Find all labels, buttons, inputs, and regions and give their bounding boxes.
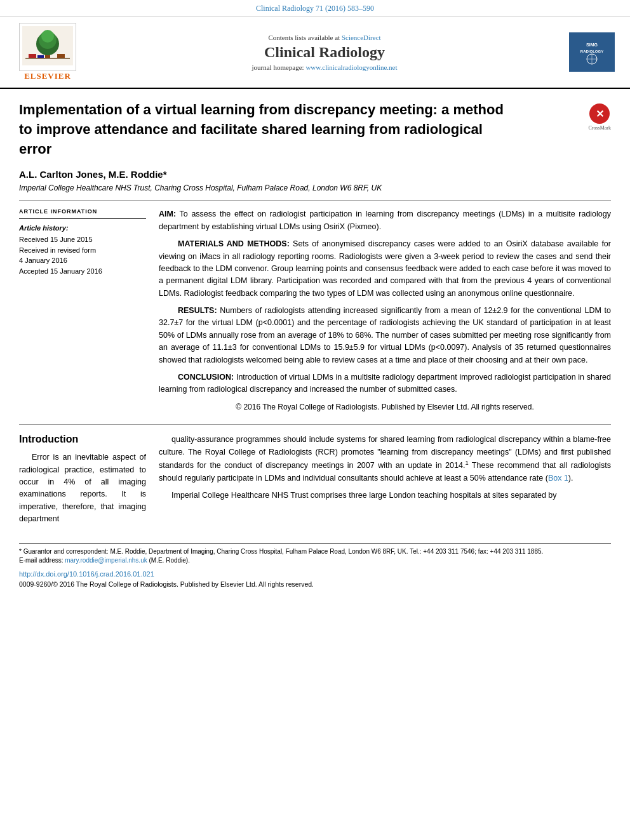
footnote-area: * Guarantor and correspondent: M.E. Rodd… bbox=[19, 543, 611, 565]
footnote-email: E-mail address: mary.roddie@imperial.nhs… bbox=[19, 556, 611, 565]
email-link[interactable]: mary.roddie@imperial.nhs.uk bbox=[65, 557, 147, 564]
elsevier-tree-icon bbox=[22, 26, 73, 65]
section-divider bbox=[19, 424, 611, 425]
history-item-1: Received 15 June 2015 bbox=[19, 234, 146, 245]
footnote-guarantor: * Guarantor and correspondent: M.E. Rodd… bbox=[19, 547, 611, 556]
contents-available-line: Contents lists available at ScienceDirec… bbox=[83, 34, 566, 41]
journal-title: Clinical Radiology bbox=[83, 44, 566, 61]
introduction-right: quality-assurance programmes should incl… bbox=[159, 434, 611, 530]
journal-homepage-line: journal homepage: www.clinicalradiologyo… bbox=[83, 63, 566, 71]
citation-text: Clinical Radiology 71 (2016) 583–590 bbox=[256, 4, 374, 13]
bottom-copyright: 0009-9260/© 2016 The Royal College of Ra… bbox=[19, 580, 611, 588]
abstract-methods: MATERIALS AND METHODS: Sets of anonymise… bbox=[159, 238, 611, 300]
svg-rect-8 bbox=[57, 54, 65, 58]
article-history-label: Article history: bbox=[19, 224, 146, 232]
abstract-aim: AIM: To assess the effect on radiologist… bbox=[159, 208, 611, 233]
main-content: Implementation of a virtual learning fro… bbox=[0, 89, 630, 601]
authors-line: A.L. Carlton Jones, M.E. Roddie* bbox=[19, 169, 611, 180]
doi-line: http://dx.doi.org/10.1016/j.crad.2016.01… bbox=[19, 570, 611, 578]
crossmark-label: CrossMark bbox=[588, 125, 611, 131]
journal-center-info: Contents lists available at ScienceDirec… bbox=[83, 34, 566, 71]
article-info-heading: ARTICLE INFORMATION bbox=[19, 208, 146, 215]
title-row: Implementation of a virtual learning fro… bbox=[19, 100, 611, 169]
svg-point-5 bbox=[41, 30, 54, 43]
history-item-3: 4 January 2016 bbox=[19, 255, 146, 266]
conclusion-label: CONCLUSION: bbox=[178, 373, 234, 382]
header-divider bbox=[19, 200, 611, 201]
introduction-heading: Introduction bbox=[19, 434, 146, 445]
journal-citation-banner: Clinical Radiology 71 (2016) 583–590 bbox=[0, 0, 630, 17]
crossmark-widget[interactable]: ✕ CrossMark bbox=[588, 103, 611, 131]
abstract-text: AIM: To assess the effect on radiologist… bbox=[159, 208, 611, 413]
radiology-logo-icon: SIMG RADIOLOGY bbox=[573, 35, 611, 67]
svg-text:RADIOLOGY: RADIOLOGY bbox=[580, 50, 603, 53]
svg-rect-1 bbox=[25, 58, 70, 59]
aim-label: AIM: bbox=[159, 210, 176, 218]
svg-rect-6 bbox=[29, 54, 36, 58]
journal-header: ELSEVIER Contents lists available at Sci… bbox=[0, 17, 630, 89]
introduction-right-text: quality-assurance programmes should incl… bbox=[159, 434, 611, 502]
doi-link[interactable]: http://dx.doi.org/10.1016/j.crad.2016.01… bbox=[19, 570, 154, 578]
abstract-results: RESULTS: Numbers of radiologists attendi… bbox=[159, 305, 611, 366]
abstract-section: ARTICLE INFORMATION Article history: Rec… bbox=[19, 208, 611, 413]
history-item-2: Received in revised form bbox=[19, 245, 146, 256]
elsevier-logo: ELSEVIER bbox=[13, 23, 83, 81]
article-info-column: ARTICLE INFORMATION Article history: Rec… bbox=[19, 208, 146, 413]
abstract-column: AIM: To assess the effect on radiologist… bbox=[159, 208, 611, 413]
svg-rect-7 bbox=[37, 55, 44, 58]
abstract-copyright: © 2016 The Royal College of Radiologists… bbox=[159, 401, 611, 413]
abstract-conclusion: CONCLUSION: Introduction of virtual LDMs… bbox=[159, 371, 611, 396]
box1-link[interactable]: Box 1 bbox=[548, 474, 568, 483]
results-label: RESULTS: bbox=[178, 306, 217, 315]
introduction-left: Introduction Error is an inevitable aspe… bbox=[19, 434, 146, 530]
history-item-4: Accepted 15 January 2016 bbox=[19, 266, 146, 277]
svg-text:SIMG: SIMG bbox=[586, 43, 598, 47]
introduction-section: Introduction Error is an inevitable aspe… bbox=[19, 434, 611, 530]
elsevier-wordmark: ELSEVIER bbox=[24, 71, 71, 81]
introduction-left-text: Error is an inevitable aspect of radiolo… bbox=[19, 451, 146, 525]
affiliation-line: Imperial College Healthcare NHS Trust, C… bbox=[19, 183, 611, 192]
journal-homepage-link[interactable]: www.clinicalradiologyonline.net bbox=[305, 63, 397, 71]
crossmark-icon: ✕ bbox=[589, 103, 610, 124]
sciencedirect-link[interactable]: ScienceDirect bbox=[342, 34, 381, 41]
right-logo-box: SIMG RADIOLOGY bbox=[569, 32, 615, 71]
methods-label: MATERIALS AND METHODS: bbox=[178, 239, 290, 248]
journal-right-logo: SIMG RADIOLOGY bbox=[566, 32, 617, 71]
article-title: Implementation of a virtual learning fro… bbox=[19, 100, 514, 159]
info-divider bbox=[19, 218, 146, 219]
